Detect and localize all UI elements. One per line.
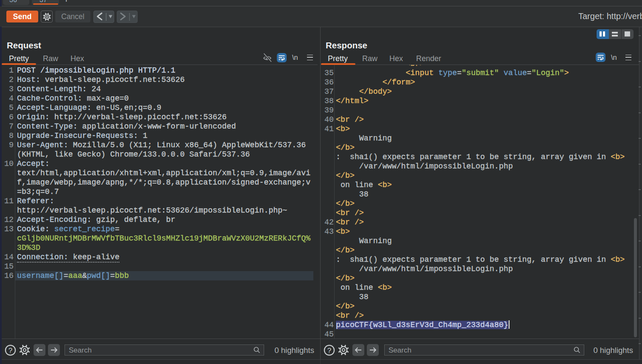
svg-text:?: ?	[327, 347, 331, 355]
svg-text:?: ?	[8, 347, 12, 355]
